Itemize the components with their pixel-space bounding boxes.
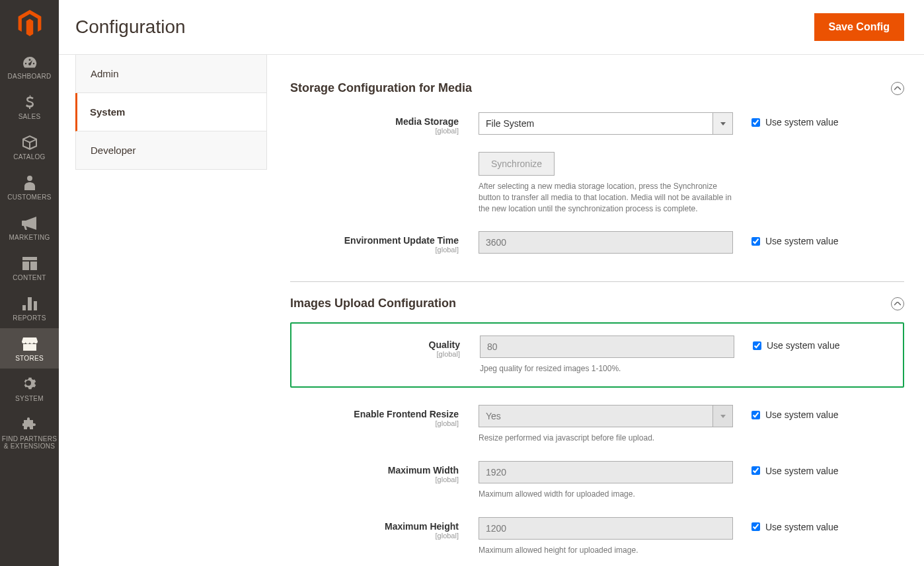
nav-stores[interactable]: STORES — [0, 328, 59, 369]
field-label: Maximum Height — [385, 521, 459, 532]
store-icon — [20, 336, 39, 352]
admin-nav: DASHBOARD SALES CATALOG CUSTOMERS MARKET… — [0, 0, 59, 566]
nav-system[interactable]: SYSTEM — [0, 369, 59, 409]
field-max-height: Maximum Height [global] Maximum allowed … — [290, 517, 904, 556]
nav-label: CATALOG — [13, 153, 45, 160]
settings-tabs: Admin System Developer — [75, 55, 267, 566]
field-scope: [global] — [290, 419, 459, 427]
section-storage-head[interactable]: Storage Configuration for Media — [290, 81, 904, 95]
select-value: Yes — [486, 411, 501, 421]
use-system-checkbox[interactable] — [751, 522, 760, 531]
main: Configuration Save Config Admin System D… — [59, 0, 924, 566]
gauge-icon — [20, 54, 39, 70]
frontend-resize-select[interactable]: Yes — [479, 405, 733, 427]
use-system-label: Use system value — [765, 117, 838, 127]
select-value: File System — [486, 118, 534, 129]
nav-partners[interactable]: FIND PARTNERS & EXTENSIONS — [0, 409, 59, 456]
dollar-icon — [20, 94, 39, 110]
bars-icon — [20, 296, 39, 312]
use-system-label: Use system value — [767, 340, 839, 351]
tab-system[interactable]: System — [75, 93, 267, 131]
puzzle-icon — [20, 417, 39, 433]
field-max-width: Maximum Width [global] Maximum allowed w… — [290, 461, 904, 500]
nav-catalog[interactable]: CATALOG — [0, 127, 59, 167]
nav-content[interactable]: CONTENT — [0, 248, 59, 288]
sync-hint: After selecting a new media storage loca… — [479, 181, 733, 214]
chevron-down-icon — [712, 113, 732, 134]
tab-developer[interactable]: Developer — [75, 131, 267, 170]
field-label: Maximum Width — [388, 465, 459, 476]
chevron-up-icon — [891, 82, 904, 95]
nav-label: CUSTOMERS — [7, 194, 51, 201]
use-system-checkbox[interactable] — [751, 466, 760, 475]
section-title: Storage Configuration for Media — [290, 81, 472, 95]
nav-label: FIND PARTNERS & EXTENSIONS — [0, 435, 59, 450]
field-label: Enable Frontend Resize — [354, 409, 459, 419]
use-system-label: Use system value — [765, 522, 838, 532]
field-label: Media Storage — [395, 116, 459, 127]
section-storage: Storage Configuration for Media Media St… — [290, 55, 904, 273]
nav-dashboard[interactable]: DASHBOARD — [0, 46, 59, 87]
env-time-input[interactable] — [479, 231, 733, 254]
form-area: Storage Configuration for Media Media St… — [267, 55, 904, 566]
field-media-storage: Media Storage [global] File System Use s… — [290, 112, 904, 135]
use-system-checkbox[interactable] — [751, 411, 760, 419]
quality-input[interactable] — [480, 336, 734, 358]
field-scope: [global] — [290, 127, 459, 135]
use-system-checkbox[interactable] — [753, 341, 761, 350]
nav-label: DASHBOARD — [7, 73, 51, 80]
magento-logo[interactable] — [0, 0, 59, 46]
field-hint: Maximum allowed width for uploaded image… — [479, 489, 733, 500]
page-header: Configuration Save Config — [59, 0, 924, 55]
save-config-button[interactable]: Save Config — [814, 13, 904, 41]
use-system-label: Use system value — [765, 409, 838, 420]
section-images-head[interactable]: Images Upload Configuration — [290, 297, 904, 310]
synchronize-button[interactable]: Synchronize — [479, 152, 555, 176]
field-scope: [global] — [290, 532, 459, 540]
chevron-up-icon — [891, 297, 904, 310]
layout-icon — [20, 256, 39, 271]
nav-label: MARKETING — [9, 234, 50, 241]
gear-icon — [20, 376, 39, 392]
section-images: Images Upload Configuration Quality [glo… — [290, 281, 904, 566]
field-quality: Quality [global] Jpeg quality for resize… — [290, 322, 904, 388]
section-title: Images Upload Configuration — [290, 297, 456, 310]
nav-label: SYSTEM — [15, 395, 44, 402]
use-system-checkbox[interactable] — [751, 118, 760, 127]
megaphone-icon — [20, 215, 39, 231]
nav-reports[interactable]: REPORTS — [0, 288, 59, 328]
use-system-checkbox[interactable] — [751, 237, 760, 246]
box-icon — [20, 135, 39, 151]
field-label: Quality — [429, 339, 460, 350]
nav-label: REPORTS — [13, 314, 46, 322]
field-frontend-resize: Enable Frontend Resize [global] Yes Resi… — [290, 405, 904, 444]
use-system-label: Use system value — [765, 236, 838, 246]
field-hint: Resize performed via javascript before f… — [479, 433, 733, 444]
field-scope: [global] — [290, 246, 459, 254]
nav-label: STORES — [15, 355, 44, 362]
field-hint: Jpeg quality for resized images 1-100%. — [480, 363, 734, 374]
nav-label: CONTENT — [13, 274, 46, 281]
field-label: Environment Update Time — [344, 235, 459, 246]
tab-admin[interactable]: Admin — [75, 55, 267, 93]
person-icon — [20, 175, 39, 191]
field-scope: [global] — [291, 350, 460, 358]
max-width-input[interactable] — [479, 461, 733, 483]
max-height-input[interactable] — [479, 517, 733, 540]
field-synchronize: Synchronize After selecting a new media … — [290, 152, 904, 214]
field-hint: Maximum allowed height for uploaded imag… — [479, 545, 733, 556]
page-title: Configuration — [75, 17, 186, 38]
field-scope: [global] — [290, 476, 459, 483]
chevron-down-icon — [712, 406, 732, 427]
nav-marketing[interactable]: MARKETING — [0, 207, 59, 248]
media-storage-select[interactable]: File System — [479, 112, 733, 135]
nav-sales[interactable]: SALES — [0, 87, 59, 127]
nav-customers[interactable]: CUSTOMERS — [0, 167, 59, 207]
nav-label: SALES — [19, 113, 41, 120]
field-env-time: Environment Update Time [global] Use sys… — [290, 231, 904, 254]
use-system-label: Use system value — [765, 466, 838, 476]
